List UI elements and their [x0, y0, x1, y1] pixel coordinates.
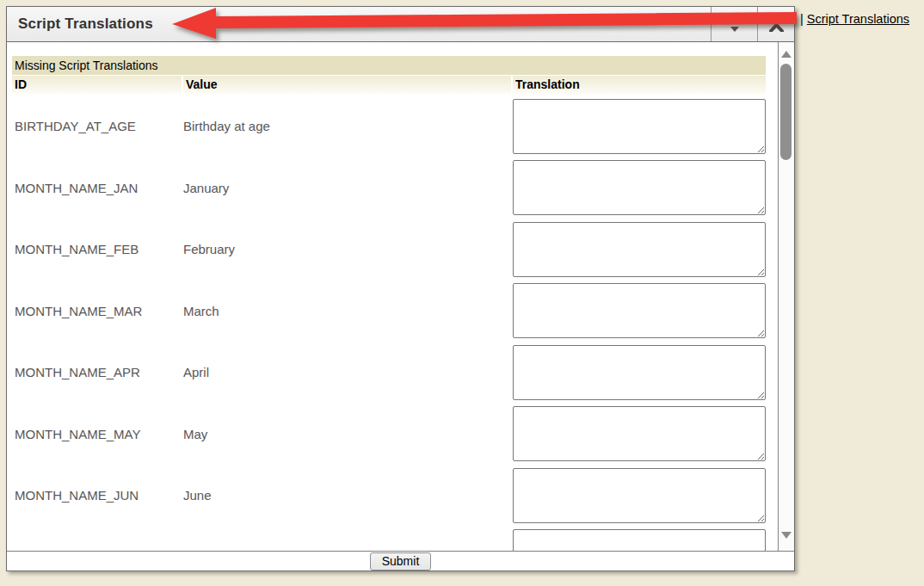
row-id-text: MONTH_NAME_JAN [12, 181, 183, 195]
table-caption: Missing Script Translations [12, 56, 766, 75]
script-translations-link[interactable]: Script Translations [807, 12, 909, 26]
table-header-row: ID Value Translation [12, 76, 766, 94]
row-value-text: May [183, 427, 513, 441]
row-id-text: MONTH_NAME_JUL [12, 550, 183, 551]
row-id-text: BIRTHDAY_AT_AGE [12, 119, 183, 133]
table-rows: BIRTHDAY_AT_AGE Birthday at age MONTH_NA… [12, 96, 778, 551]
panel-body: Missing Script Translations ID Value Tra… [7, 42, 794, 551]
row-id-text: MONTH_NAME_FEB [12, 242, 183, 256]
scroll-up-arrow-icon [781, 51, 792, 58]
scroll-up-button[interactable] [779, 48, 794, 60]
table-row: MONTH_NAME_JAN January [12, 157, 778, 219]
chevron-up-icon [769, 20, 784, 35]
submit-button[interactable]: Submit [370, 552, 432, 571]
table-row: MONTH_NAME_MAY May [12, 404, 778, 466]
caret-down-icon [730, 20, 739, 35]
table-row: MONTH_NAME_APR April [12, 342, 778, 404]
row-value-text: January [183, 181, 513, 195]
column-header-translation: Translation [513, 76, 766, 94]
row-value-text: April [183, 365, 513, 379]
column-header-value: Value [183, 76, 511, 94]
scrollbar-thumb[interactable] [780, 64, 792, 160]
panel-collapse-button[interactable] [757, 7, 794, 41]
translation-textarea[interactable] [513, 468, 766, 523]
script-translations-panel: Script Translations Missing Script Trans… [6, 6, 795, 571]
top-right-nav: |Script Translations [800, 12, 909, 26]
row-value-text: July [183, 550, 513, 551]
table-row: MONTH_NAME_FEB February [12, 219, 778, 281]
scroll-down-button[interactable] [779, 529, 794, 541]
scrollbar[interactable] [779, 42, 794, 551]
table-row: MONTH_NAME_MAR March [12, 281, 778, 342]
table-row: BIRTHDAY_AT_AGE Birthday at age [12, 96, 778, 157]
translation-textarea[interactable] [513, 345, 766, 400]
scroll-down-arrow-icon [781, 532, 792, 539]
table-row: MONTH_NAME_JUL July [12, 527, 778, 552]
table-row: MONTH_NAME_JUN June [12, 465, 778, 527]
row-value-text: February [183, 242, 513, 256]
column-header-id: ID [12, 76, 182, 94]
translation-textarea[interactable] [513, 222, 766, 277]
panel-footer: Submit [7, 551, 794, 571]
translation-textarea[interactable] [513, 283, 766, 338]
row-value-text: Birthday at age [183, 119, 513, 133]
panel-menu-button[interactable] [711, 7, 757, 41]
row-id-text: MONTH_NAME_MAY [12, 427, 183, 441]
separator-bar: | [800, 12, 804, 26]
row-id-text: MONTH_NAME_APR [12, 365, 183, 379]
translation-textarea[interactable] [513, 160, 766, 215]
row-id-text: MONTH_NAME_MAR [12, 304, 183, 318]
panel-titlebar: Script Translations [7, 7, 794, 42]
panel-title: Script Translations [7, 7, 711, 41]
row-id-text: MONTH_NAME_JUN [12, 488, 183, 503]
row-value-text: March [183, 304, 513, 318]
translation-textarea[interactable] [513, 529, 766, 551]
translation-textarea[interactable] [513, 99, 766, 154]
translations-content: Missing Script Translations ID Value Tra… [7, 42, 779, 551]
row-value-text: June [183, 488, 513, 503]
translation-textarea[interactable] [513, 406, 766, 461]
